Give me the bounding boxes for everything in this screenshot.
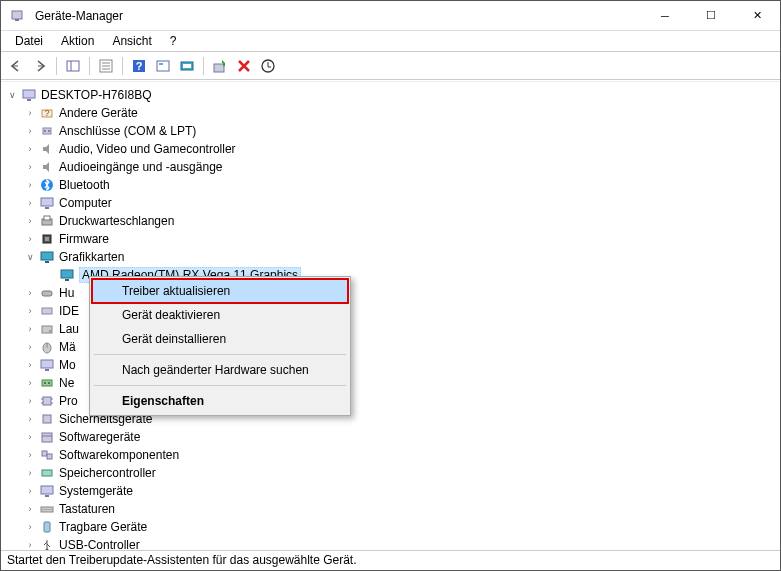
menu-action[interactable]: Aktion [53, 32, 102, 50]
ctx-disable-device[interactable]: Gerät deaktivieren [92, 303, 348, 327]
svg-rect-14 [214, 64, 224, 72]
forward-button[interactable] [29, 55, 51, 77]
tree-label: Lau [59, 322, 79, 336]
tree-category-ports[interactable]: ›Anschlüsse (COM & LPT) [3, 122, 778, 140]
tree-category-graphics[interactable]: ∨Grafikkarten [3, 248, 778, 266]
tree-label: Firmware [59, 232, 109, 246]
expand-icon[interactable]: › [23, 196, 37, 210]
tree-label: Tragbare Geräte [59, 520, 147, 534]
monitor-icon [39, 357, 55, 373]
expand-icon[interactable]: › [23, 178, 37, 192]
disable-device-button[interactable] [233, 55, 255, 77]
svg-rect-1 [15, 19, 19, 21]
back-button[interactable] [5, 55, 27, 77]
ctx-scan-hardware[interactable]: Nach geänderter Hardware suchen [92, 358, 348, 382]
menu-help[interactable]: ? [162, 32, 185, 50]
expand-icon[interactable]: › [23, 124, 37, 138]
tree-category-softdev[interactable]: ›Softwaregeräte [3, 428, 778, 446]
no-expand [43, 268, 57, 282]
expand-icon[interactable]: › [23, 106, 37, 120]
expand-icon[interactable]: › [23, 466, 37, 480]
action-button[interactable] [152, 55, 174, 77]
svg-rect-10 [157, 61, 169, 71]
toolbar-separator [203, 57, 204, 75]
help-button[interactable]: ? [128, 55, 150, 77]
tree-category-printqueue[interactable]: ›Druckwarteschlangen [3, 212, 778, 230]
menu-view[interactable]: Ansicht [104, 32, 159, 50]
toolbar-separator [89, 57, 90, 75]
expand-icon[interactable]: › [23, 412, 37, 426]
tree-label: Pro [59, 394, 78, 408]
expand-icon[interactable]: › [23, 520, 37, 534]
tree-category-audio[interactable]: ›Audio, Video und Gamecontroller [3, 140, 778, 158]
show-hide-button[interactable] [62, 55, 84, 77]
ctx-update-driver[interactable]: Treiber aktualisieren [92, 279, 348, 303]
expand-icon[interactable]: › [23, 376, 37, 390]
close-button[interactable]: ✕ [734, 1, 780, 31]
ctx-separator [94, 385, 346, 386]
expand-icon[interactable]: › [23, 430, 37, 444]
tree-category-bluetooth[interactable]: ›Bluetooth [3, 176, 778, 194]
tree-category-softcomp[interactable]: ›Softwarekomponenten [3, 446, 778, 464]
tree-category-audioio[interactable]: ›Audioeingänge und -ausgänge [3, 158, 778, 176]
printer-icon [39, 213, 55, 229]
expand-icon[interactable]: › [23, 394, 37, 408]
tree-category-other[interactable]: ›?Andere Geräte [3, 104, 778, 122]
properties-button[interactable] [95, 55, 117, 77]
collapse-icon[interactable]: ∨ [23, 250, 37, 264]
collapse-icon[interactable]: ∨ [5, 88, 19, 102]
svg-rect-33 [61, 270, 73, 278]
tree-label: Ne [59, 376, 74, 390]
ctx-uninstall-device[interactable]: Gerät deinstallieren [92, 327, 348, 351]
tree-label: Speichercontroller [59, 466, 156, 480]
toolbar-separator [56, 57, 57, 75]
display-icon [59, 267, 75, 283]
system-icon [39, 483, 55, 499]
speaker-icon [39, 159, 55, 175]
svg-rect-26 [45, 207, 49, 209]
tree-label: Bluetooth [59, 178, 110, 192]
tree-category-keyboards[interactable]: ›Tastaturen [3, 500, 778, 518]
scan-hardware-button[interactable] [176, 55, 198, 77]
expand-icon[interactable]: › [23, 448, 37, 462]
expand-icon[interactable]: › [23, 322, 37, 336]
expand-icon[interactable]: › [23, 304, 37, 318]
tree-root[interactable]: ∨ DESKTOP-H76I8BQ [3, 86, 778, 104]
svg-rect-57 [41, 486, 53, 494]
svg-rect-18 [27, 99, 31, 101]
menu-file[interactable]: Datei [7, 32, 51, 50]
svg-text:?: ? [136, 60, 143, 72]
cpu-icon [39, 393, 55, 409]
tree-category-firmware[interactable]: ›Firmware [3, 230, 778, 248]
maximize-button[interactable]: ☐ [688, 1, 734, 31]
uninstall-device-button[interactable] [257, 55, 279, 77]
network-icon [39, 375, 55, 391]
toolbar: ? [1, 52, 780, 80]
minimize-button[interactable]: ─ [642, 1, 688, 31]
tree-category-system[interactable]: ›Systemgeräte [3, 482, 778, 500]
update-driver-button[interactable] [209, 55, 231, 77]
svg-rect-46 [43, 397, 51, 405]
tree-category-portable[interactable]: ›Tragbare Geräte [3, 518, 778, 536]
status-bar: Startet den Treiberupdate-Assistenten fü… [1, 550, 780, 570]
svg-point-23 [48, 130, 50, 132]
svg-point-38 [49, 330, 51, 332]
expand-icon[interactable]: › [23, 214, 37, 228]
tree-category-computer[interactable]: ›Computer [3, 194, 778, 212]
tree-label: Computer [59, 196, 112, 210]
expand-icon[interactable]: › [23, 358, 37, 372]
ctx-properties[interactable]: Eigenschaften [92, 389, 348, 413]
expand-icon[interactable]: › [23, 160, 37, 174]
tree-category-storage[interactable]: ›Speichercontroller [3, 464, 778, 482]
expand-icon[interactable]: › [23, 232, 37, 246]
context-menu: Treiber aktualisieren Gerät deaktivieren… [89, 276, 351, 416]
expand-icon[interactable]: › [23, 484, 37, 498]
expand-icon[interactable]: › [23, 502, 37, 516]
tree-category-usb[interactable]: ›USB-Controller [3, 536, 778, 550]
expand-icon[interactable]: › [23, 538, 37, 550]
expand-icon[interactable]: › [23, 286, 37, 300]
display-icon [39, 249, 55, 265]
expand-icon[interactable]: › [23, 142, 37, 156]
tree-label: Tastaturen [59, 502, 115, 516]
expand-icon[interactable]: › [23, 340, 37, 354]
